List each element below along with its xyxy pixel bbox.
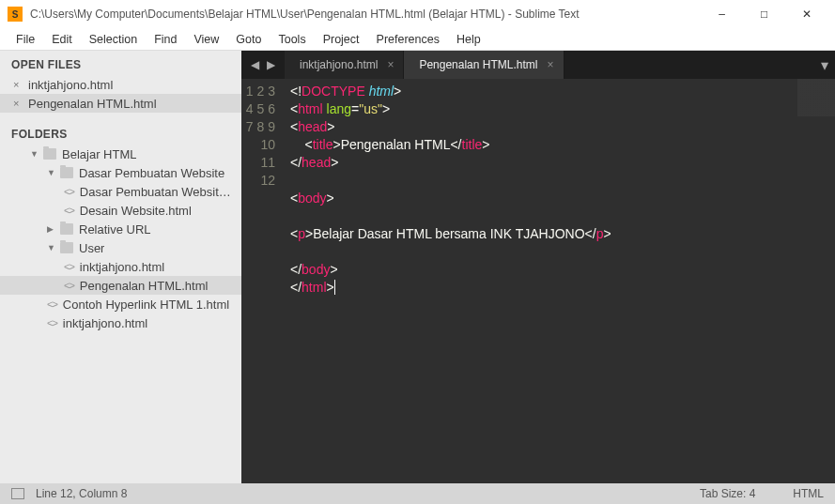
disclosure-down-icon[interactable]: ▼ <box>30 149 41 159</box>
close-button[interactable]: ✕ <box>785 0 827 28</box>
folders-header: FOLDERS <box>0 120 241 145</box>
file-icon: <> <box>64 205 74 216</box>
menu-project[interactable]: Project <box>315 31 368 48</box>
file-item[interactable]: <>Contoh Hyperlink HTML 1.html <box>0 295 241 313</box>
app-icon: S <box>8 7 23 22</box>
open-files-header: OPEN FILES <box>0 51 241 75</box>
tab-close-icon[interactable]: × <box>387 58 394 71</box>
code-content[interactable]: <!DOCTYPE html> <html lang="us"> <head> … <box>285 79 835 483</box>
file-item[interactable]: <>Desain Website.html <box>0 201 241 220</box>
open-file-item[interactable]: ×Pengenalan HTML.html <box>0 94 241 113</box>
main-area: OPEN FILES ×inktjahjono.html×Pengenalan … <box>0 51 835 483</box>
file-icon: <> <box>64 261 74 272</box>
tab-overflow-icon[interactable]: ▾ <box>814 51 835 79</box>
status-position[interactable]: Line 12, Column 8 <box>36 487 127 500</box>
menu-view[interactable]: View <box>185 31 227 48</box>
file-item[interactable]: <>inktjahjono.html <box>0 257 241 276</box>
editor-area: ◀ ▶ inktjahjono.html×Pengenalan HTML.htm… <box>241 51 835 483</box>
maximize-button[interactable]: □ <box>743 0 785 28</box>
folder-label: Dasar Pembuatan Website <box>79 166 224 180</box>
status-tab-size[interactable]: Tab Size: 4 <box>700 487 755 500</box>
tab-close-icon[interactable]: × <box>547 58 553 71</box>
folder-label: Belajar HTML <box>62 147 136 161</box>
file-label: inktjahjono.html <box>63 316 147 330</box>
file-label: Desain Website.html <box>80 204 192 218</box>
close-icon[interactable]: × <box>13 98 23 109</box>
sidebar: OPEN FILES ×inktjahjono.html×Pengenalan … <box>0 51 241 483</box>
line-gutter: 1 2 3 4 5 6 7 8 9 10 11 12 <box>241 79 285 483</box>
window-title: C:\Users\My Computer\Documents\Belajar H… <box>30 8 701 21</box>
editor-tab[interactable]: Pengenalan HTML.html× <box>404 51 564 79</box>
folder-icon <box>60 242 73 253</box>
file-label: Pengenalan HTML.html <box>80 279 209 293</box>
panel-toggle-icon[interactable] <box>11 488 24 499</box>
tab-spacer <box>564 51 815 79</box>
menu-tools[interactable]: Tools <box>270 31 314 48</box>
menu-file[interactable]: File <box>8 31 43 48</box>
window-controls: – □ ✕ <box>701 0 827 28</box>
file-icon: <> <box>47 317 57 328</box>
code-editor[interactable]: 1 2 3 4 5 6 7 8 9 10 11 12 <!DOCTYPE htm… <box>241 79 835 483</box>
file-label: inktjahjono.html <box>28 78 113 92</box>
menu-find[interactable]: Find <box>146 31 185 48</box>
disclosure-down-icon[interactable]: ▼ <box>47 168 58 177</box>
folder-item[interactable]: ▼Belajar HTML <box>0 145 241 163</box>
folder-icon <box>60 223 73 235</box>
menu-bar: FileEditSelectionFindViewGotoToolsProjec… <box>0 28 835 51</box>
folder-item[interactable]: ▶Relative URL <box>0 220 241 238</box>
tab-prev-icon[interactable]: ◀ <box>251 58 259 71</box>
tab-label: inktjahjono.html <box>300 58 378 71</box>
file-item[interactable]: <>inktjahjono.html <box>0 313 241 332</box>
menu-selection[interactable]: Selection <box>81 31 146 48</box>
folder-item[interactable]: ▼Dasar Pembuatan Website <box>0 163 241 182</box>
minimap[interactable] <box>797 79 835 135</box>
menu-help[interactable]: Help <box>448 31 489 48</box>
folder-item[interactable]: ▼User <box>0 238 241 257</box>
file-label: Contoh Hyperlink HTML 1.html <box>63 298 229 312</box>
file-item[interactable]: <>Dasar Pembuatan Website.html <box>0 182 241 201</box>
minimize-button[interactable]: – <box>701 0 743 28</box>
title-bar: S C:\Users\My Computer\Documents\Belajar… <box>0 0 835 28</box>
menu-preferences[interactable]: Preferences <box>368 31 448 48</box>
folder-icon <box>60 167 73 178</box>
file-label: Pengenalan HTML.html <box>28 97 157 111</box>
menu-goto[interactable]: Goto <box>227 31 270 48</box>
tab-nav-arrows: ◀ ▶ <box>241 51 285 79</box>
folder-tree: ▼Belajar HTML▼Dasar Pembuatan Website<>D… <box>0 145 241 332</box>
tab-label: Pengenalan HTML.html <box>419 58 537 71</box>
file-icon: <> <box>64 186 74 197</box>
menu-edit[interactable]: Edit <box>43 31 81 48</box>
status-syntax[interactable]: HTML <box>793 487 824 500</box>
folder-label: User <box>79 241 104 255</box>
file-icon: <> <box>64 280 74 291</box>
file-label: inktjahjono.html <box>80 260 164 274</box>
folder-icon <box>43 148 56 160</box>
status-bar: Line 12, Column 8 Tab Size: 4 HTML <box>0 483 835 504</box>
open-files-list: ×inktjahjono.html×Pengenalan HTML.html <box>0 75 241 113</box>
tabs: inktjahjono.html×Pengenalan HTML.html× <box>285 51 564 79</box>
close-icon[interactable]: × <box>13 79 23 90</box>
file-label: Dasar Pembuatan Website.html <box>80 185 234 199</box>
folder-label: Relative URL <box>79 222 151 237</box>
editor-tab[interactable]: inktjahjono.html× <box>285 51 404 79</box>
open-file-item[interactable]: ×inktjahjono.html <box>0 75 241 94</box>
tab-next-icon[interactable]: ▶ <box>267 58 275 71</box>
file-icon: <> <box>47 298 57 310</box>
tab-bar: ◀ ▶ inktjahjono.html×Pengenalan HTML.htm… <box>241 51 835 79</box>
disclosure-down-icon[interactable]: ▼ <box>47 243 58 252</box>
disclosure-right-icon[interactable]: ▶ <box>47 224 58 234</box>
file-item[interactable]: <>Pengenalan HTML.html <box>0 276 241 295</box>
